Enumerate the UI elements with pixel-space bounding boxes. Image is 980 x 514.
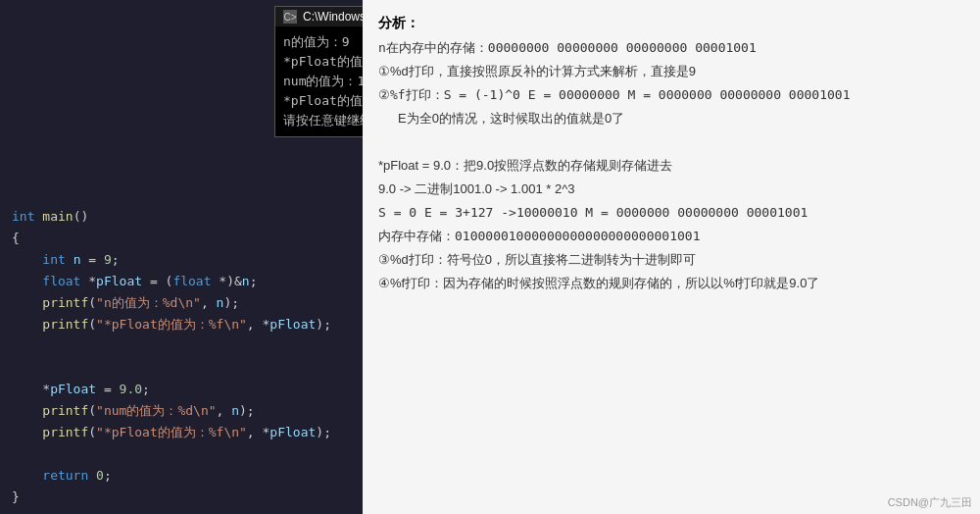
code-panel: C> C:\Windows\system32\cmd.exe n的值为：9 *p… (0, 0, 363, 514)
analysis-line-4: E为全0的情况，这时候取出的值就是0了 (378, 108, 964, 129)
code-line-empty3 (0, 443, 363, 465)
analysis-line-3: ②%f打印：S = (-1)^0 E = 00000000 M = 000000… (378, 84, 964, 106)
analysis-line-9: ③%d打印：符号位0，所以直接将二进制转为十进制即可 (378, 249, 964, 271)
code-line-10: printf("num的值为：%d\n", n); (0, 400, 363, 422)
code-line-brace1: { (0, 228, 363, 249)
code-line-11: printf("*pFloat的值为：%f\n", *pFloat); (0, 422, 363, 443)
analysis-line-6: 9.0 -> 二进制1001.0 -> 1.001 * 2^3 (378, 179, 964, 200)
watermark: CSDN@广九三田 (888, 495, 972, 510)
terminal-line-2: *pFloat的值为：0.000000 (283, 52, 363, 72)
terminal-line-4: *pFloat的值为：9.000000 (283, 91, 363, 111)
analysis-line-7: S = 0 E = 3+127 ->10000010 M = 0000000 0… (378, 202, 964, 224)
code-line-4: float *pFloat = (float *)&n; (0, 271, 363, 292)
terminal-title: C:\Windows\system32\cmd.exe (303, 10, 363, 24)
terminal-window: C> C:\Windows\system32\cmd.exe n的值为：9 *p… (274, 6, 363, 137)
analysis-title: 分析： (378, 12, 964, 33)
analysis-line-10: ④%f打印：因为存储的时候按照浮点数的规则存储的，所以以%f打印就是9.0了 (378, 273, 964, 294)
code-line-5: printf("n的值为：%d\n", n); (0, 292, 363, 314)
terminal-line-5: 请按任意键继续. . . (283, 111, 363, 130)
analysis-panel: 分析： n在内存中的存储：00000000 00000000 00000000 … (363, 0, 980, 514)
keyword-int: int (12, 207, 34, 227)
terminal-body: n的值为：9 *pFloat的值为：0.000000 num的值为：109156… (275, 26, 363, 136)
analysis-spacer (378, 131, 964, 153)
code-line-brace2: } (0, 487, 363, 508)
code-line-empty2 (0, 357, 363, 379)
code-line-return: return 0; (0, 465, 363, 487)
terminal-line-1: n的值为：9 (283, 32, 363, 52)
code-line-1: int main() (0, 206, 363, 228)
code-content: int main() { int n = 9; float *pFloat = … (0, 206, 363, 508)
code-line-9: *pFloat = 9.0; (0, 379, 363, 400)
terminal-titlebar: C> C:\Windows\system32\cmd.exe (275, 7, 363, 26)
code-line-empty1 (0, 335, 363, 357)
code-line-6: printf("*pFloat的值为：%f\n", *pFloat); (0, 314, 363, 335)
terminal-icon: C> (283, 10, 297, 24)
analysis-line-2: ①%d打印，直接按照原反补的计算方式来解析，直接是9 (378, 61, 964, 82)
terminal-line-3: num的值为：1091567616 (283, 72, 363, 91)
analysis-line-1: n在内存中的存储：00000000 00000000 00000000 0000… (378, 37, 964, 59)
code-line-3: int n = 9; (0, 249, 363, 271)
analysis-line-8: 内存中存储：01000001000000000000000000001001 (378, 226, 964, 247)
analysis-line-5: *pFloat = 9.0：把9.0按照浮点数的存储规则存储进去 (378, 155, 964, 177)
